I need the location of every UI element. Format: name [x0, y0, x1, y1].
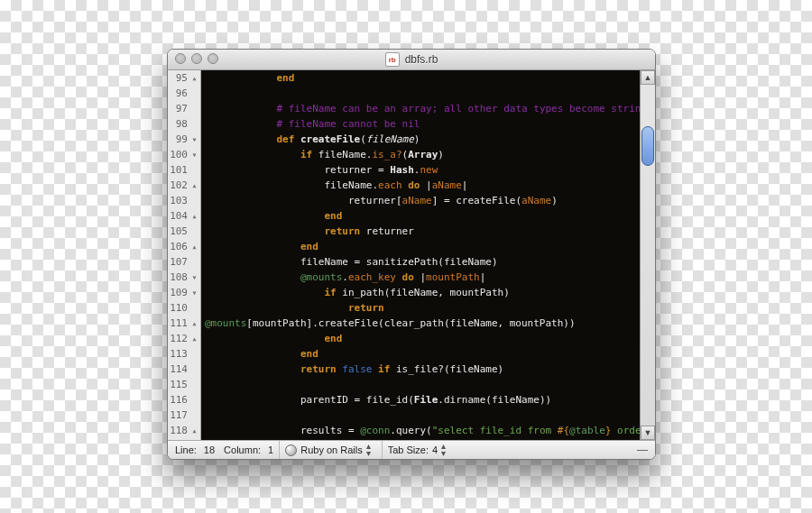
code-line: fileName = sanitizePath(fileName) [201, 254, 640, 270]
line-gutter[interactable]: 95▴96979899▾100▾101102▴103104▴105106▴107… [168, 70, 201, 440]
code-line [201, 86, 640, 101]
gutter-row[interactable]: 107 [168, 254, 200, 270]
line-number: 106 [170, 241, 188, 252]
code-editor[interactable]: end # fileName can be an array; all othe… [201, 70, 640, 440]
code-line: parentID = file_id(File.dirname(fileName… [201, 392, 640, 408]
line-number: 116 [170, 394, 188, 406]
code-line: end [201, 70, 640, 86]
scroll-thumb[interactable] [641, 126, 654, 166]
gutter-row[interactable]: 99▾ [168, 132, 200, 147]
code-line: @mounts[mountPath].createFile(clear_path… [201, 316, 640, 331]
chevron-updown-icon: ▴▾ [441, 443, 446, 457]
fold-icon[interactable]: ▴ [189, 426, 199, 435]
column-value: 1 [268, 444, 273, 455]
code-line: end [201, 208, 640, 224]
fold-icon[interactable]: ▾ [189, 134, 199, 144]
gutter-row[interactable]: 117 [168, 408, 200, 423]
gutter-row[interactable]: 98 [168, 116, 200, 132]
editor-body: 95▴96979899▾100▾101102▴103104▴105106▴107… [168, 70, 655, 440]
tabsize-value: 4 [432, 444, 438, 455]
line-number: 115 [170, 379, 188, 390]
line-value: 18 [204, 444, 215, 455]
close-button[interactable] [175, 53, 186, 64]
fold-icon[interactable]: ▴ [189, 180, 199, 190]
gutter-row[interactable]: 114 [168, 362, 200, 377]
line-number: 112 [170, 333, 188, 344]
fold-icon[interactable]: ▴ [189, 73, 199, 83]
language-selector[interactable]: Ruby on Rails ▴▾ [279, 441, 375, 459]
line-number: 101 [170, 164, 188, 176]
line-number: 95 [176, 72, 188, 84]
fold-icon[interactable]: ▴ [189, 334, 199, 344]
scroll-track[interactable] [641, 85, 655, 426]
line-number: 104 [170, 210, 188, 222]
gutter-row[interactable]: 112▴ [168, 331, 200, 346]
line-number: 96 [176, 87, 188, 99]
status-bar: Line: 18 Column: 1 Ruby on Rails ▴▾ Tab … [168, 440, 655, 459]
scroll-down-icon[interactable]: ▼ [641, 426, 655, 440]
globe-icon [285, 444, 297, 456]
fold-icon[interactable]: ▾ [189, 288, 199, 298]
menu-icon[interactable]: — [637, 444, 651, 456]
gutter-row[interactable]: 101 [168, 162, 200, 178]
line-number: 102 [170, 179, 188, 191]
window-buttons [175, 53, 218, 64]
code-line: # fileName can be an array; all other da… [201, 101, 640, 116]
chevron-updown-icon: ▴▾ [366, 443, 371, 457]
gutter-row[interactable]: 105 [168, 224, 200, 239]
gutter-row[interactable]: 96 [168, 86, 200, 101]
gutter-row[interactable]: 97 [168, 101, 200, 116]
line-number: 117 [170, 409, 188, 421]
tabsize-selector[interactable]: Tab Size: 4 ▴▾ [382, 441, 451, 459]
fold-icon[interactable]: ▾ [189, 150, 199, 160]
code-line: end [201, 239, 640, 254]
fold-icon[interactable]: ▴ [189, 242, 199, 252]
gutter-row[interactable]: 106▴ [168, 239, 200, 254]
code-line: if fileName.is_a?(Array) [201, 147, 640, 162]
scroll-up-icon[interactable]: ▲ [641, 70, 655, 85]
line-number: 113 [170, 348, 188, 360]
minimize-button[interactable] [191, 53, 202, 64]
code-line: def createFile(fileName) [201, 132, 640, 147]
gutter-row[interactable]: 103 [168, 193, 200, 208]
titlebar: rb dbfs.rb [168, 50, 655, 70]
line-number: 108 [170, 271, 188, 283]
gutter-row[interactable]: 111▴ [168, 316, 200, 331]
gutter-row[interactable]: 109▾ [168, 285, 200, 300]
line-number: 97 [176, 103, 188, 115]
gutter-row[interactable]: 95▴ [168, 70, 200, 86]
gutter-row[interactable]: 110 [168, 300, 200, 316]
code-line: returner = Hash.new [201, 162, 640, 178]
gutter-row[interactable]: 104▴ [168, 208, 200, 224]
gutter-row[interactable]: 116 [168, 392, 200, 408]
fold-icon[interactable]: ▾ [189, 272, 199, 282]
line-number: 107 [170, 256, 188, 268]
code-line: end [201, 346, 640, 362]
code-line: fileName.each do |aName| [201, 178, 640, 193]
code-line: return false if is_file?(fileName) [201, 362, 640, 377]
code-line: results = @conn.query("select file_id fr… [201, 423, 640, 438]
line-number: 109 [170, 287, 188, 298]
zoom-button[interactable] [208, 53, 218, 64]
ruby-file-icon: rb [385, 52, 400, 67]
line-number: 99 [176, 133, 188, 145]
fold-icon[interactable]: ▴ [189, 211, 199, 221]
line-number: 118 [170, 425, 188, 436]
code-line: # fileName cannot be nil [201, 116, 640, 132]
window-title: dbfs.rb [405, 53, 438, 66]
gutter-row[interactable]: 115 [168, 377, 200, 392]
gutter-row[interactable]: 108▾ [168, 270, 200, 285]
editor-window: rb dbfs.rb 95▴96979899▾100▾101102▴103104… [167, 49, 656, 460]
gutter-row[interactable]: 113 [168, 346, 200, 362]
code-line: return [201, 300, 640, 316]
gutter-row[interactable]: 118▴ [168, 423, 200, 438]
fold-icon[interactable]: ▴ [189, 318, 199, 328]
vertical-scrollbar[interactable]: ▲ ▼ [640, 70, 655, 440]
line-number: 110 [170, 302, 188, 314]
line-number: 111 [170, 317, 188, 329]
gutter-row[interactable]: 100▾ [168, 147, 200, 162]
code-line: @mounts.each_key do |mountPath| [201, 270, 640, 285]
gutter-row[interactable]: 102▴ [168, 178, 200, 193]
code-line: returner[aName] = createFile(aName) [201, 193, 640, 208]
language-value: Ruby on Rails [300, 444, 362, 455]
